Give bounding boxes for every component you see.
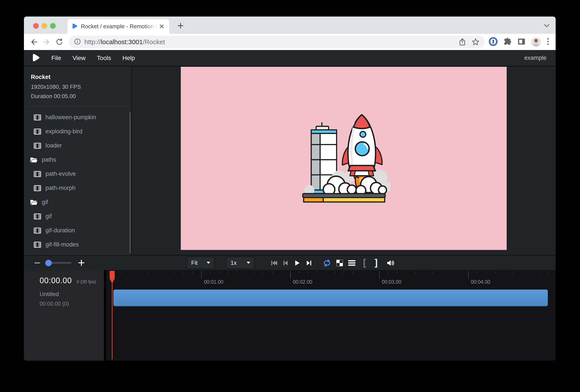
menu-view[interactable]: View xyxy=(72,55,86,62)
sidebar-scrollbar[interactable] xyxy=(130,112,131,254)
sidebar-item-exploding-bird[interactable]: exploding-bird xyxy=(24,125,131,138)
chevron-down-icon xyxy=(207,262,210,264)
player-toolbar: Fit 1x xyxy=(24,255,556,270)
share-icon[interactable] xyxy=(459,38,466,46)
close-window-button[interactable] xyxy=(33,23,39,29)
bookmark-star-icon[interactable] xyxy=(472,38,479,46)
playhead-marker[interactable] xyxy=(109,271,115,285)
sidebar-item-loader[interactable]: loader xyxy=(24,138,131,153)
forward-icon[interactable] xyxy=(43,38,50,46)
zoom-in-button[interactable] xyxy=(78,259,85,267)
zoom-out-button[interactable] xyxy=(34,262,40,263)
folder-open-icon xyxy=(30,199,39,206)
browser-extensions-area xyxy=(489,37,550,47)
ruler-tick xyxy=(219,271,220,274)
chevron-down-icon[interactable] xyxy=(544,24,550,28)
remotion-logo-icon[interactable] xyxy=(32,53,40,63)
tab-title: Rocket / example - Remotion P xyxy=(81,23,158,30)
ruler-tick xyxy=(174,271,175,274)
film-icon xyxy=(34,115,42,121)
timeline-track-area[interactable]: 00:01.00 00:02.00 00:03.00 00:04.00 xyxy=(106,270,556,361)
sidebar-folder-paths[interactable]: paths xyxy=(24,153,131,167)
composition-duration: Duration 00:05.00 xyxy=(31,93,126,100)
ruler-tick xyxy=(530,271,531,274)
side-panel-icon[interactable] xyxy=(517,37,526,47)
browser-tab[interactable]: Rocket / example - Remotion P ✕ xyxy=(67,19,169,34)
speed-select-value: 1x xyxy=(231,260,237,266)
sidebar-folder-gif[interactable]: gif xyxy=(24,195,131,209)
video-canvas[interactable] xyxy=(181,67,507,250)
ruler-tick xyxy=(290,271,291,278)
ruler-tick xyxy=(326,271,326,274)
ruler-tick xyxy=(504,271,504,274)
ruler-tick xyxy=(317,271,317,274)
tab-close-icon[interactable]: ✕ xyxy=(158,23,166,30)
preview-area xyxy=(132,66,556,255)
remotion-app: File View Tools Help example Rocket 1920… xyxy=(24,50,556,361)
track-name: Untitled xyxy=(40,291,104,298)
folder-open-icon xyxy=(30,157,39,163)
sequence-bar[interactable] xyxy=(113,289,548,306)
volume-icon[interactable] xyxy=(386,259,395,268)
loop-icon[interactable] xyxy=(323,259,331,268)
url-input[interactable]: http://localhost:3001/Rocket xyxy=(69,36,485,48)
film-icon xyxy=(34,242,42,248)
ruler-tick xyxy=(486,271,486,274)
out-point-icon[interactable]: ] xyxy=(373,257,379,268)
zoom-slider-thumb[interactable] xyxy=(45,260,52,266)
profile-avatar[interactable] xyxy=(531,37,541,47)
new-tab-button[interactable] xyxy=(177,22,184,30)
sidebar-item-halloween-pumpkin[interactable]: halloween-pumpkin xyxy=(24,110,131,125)
ruler-tick xyxy=(468,271,469,278)
current-timecode: 00:00.00 xyxy=(40,276,72,285)
playback-speed-select[interactable]: 1x xyxy=(226,257,255,269)
track-timecode: 00:00.00 (0) xyxy=(40,301,104,307)
ruler-tick xyxy=(139,271,140,274)
play-icon[interactable] xyxy=(293,259,301,267)
previous-frame-icon[interactable] xyxy=(282,259,289,267)
ruler-tick xyxy=(450,271,451,274)
menu-file[interactable]: File xyxy=(51,55,61,62)
next-frame-icon[interactable] xyxy=(305,259,313,267)
sidebar-item-gif-duration[interactable]: gif-duration xyxy=(24,223,131,238)
ruler-tick xyxy=(281,271,282,274)
fullscreen-window-button[interactable] xyxy=(50,23,56,29)
ruler-tick xyxy=(210,271,211,274)
timeline-panel: 00:00.00 0 (30 fps) Untitled 00:00.00 (0… xyxy=(24,270,556,361)
in-point-icon[interactable]: [ xyxy=(362,257,367,268)
menu-tools[interactable]: Tools xyxy=(97,55,111,62)
minimize-window-button[interactable] xyxy=(41,23,47,29)
menu-bar: File View Tools Help example xyxy=(24,50,556,66)
sidebar-item-path-evolve[interactable]: path-evolve xyxy=(24,167,131,181)
ruler-label-1s: 00:01.00 xyxy=(204,279,223,285)
back-icon[interactable] xyxy=(30,38,38,46)
ruler-tick xyxy=(459,271,460,274)
reload-icon[interactable] xyxy=(55,38,63,46)
password-manager-icon[interactable] xyxy=(489,37,498,47)
browser-menu-dots-icon[interactable] xyxy=(547,37,550,47)
menu-help[interactable]: Help xyxy=(123,55,135,62)
ruler-tick xyxy=(379,271,380,278)
site-info-icon[interactable] xyxy=(74,38,81,46)
size-select[interactable]: Fit xyxy=(187,257,215,269)
browser-toolbar: http://localhost:3001/Rocket xyxy=(24,34,556,50)
bundle-name-label[interactable]: example xyxy=(524,55,547,61)
ruler-label-3s: 00:03.00 xyxy=(382,279,401,285)
sidebar-item-gif-fill-modes[interactable]: gif-fill-modes xyxy=(24,238,131,252)
skip-to-start-icon[interactable] xyxy=(271,259,278,267)
film-icon xyxy=(34,185,42,191)
film-icon xyxy=(34,171,42,177)
sidebar-item-path-morph[interactable]: path-morph xyxy=(24,181,131,195)
ruler-tick xyxy=(237,271,237,274)
compositions-sidebar: Rocket 1920x1080, 30 FPS Duration 00:05.… xyxy=(24,66,132,255)
ruler-tick xyxy=(433,271,433,274)
ruler-tick xyxy=(343,271,344,274)
transparency-checkerboard-icon[interactable] xyxy=(336,259,343,267)
sidebar-item-gif[interactable]: gif xyxy=(24,209,131,223)
timeline-toggle-icon[interactable] xyxy=(348,260,355,267)
ruler-tick xyxy=(406,271,406,274)
ruler-tick xyxy=(388,271,389,274)
ruler-tick xyxy=(415,271,415,274)
extensions-puzzle-icon[interactable] xyxy=(503,37,512,47)
browser-window: Rocket / example - Remotion P ✕ http://l… xyxy=(24,16,556,361)
